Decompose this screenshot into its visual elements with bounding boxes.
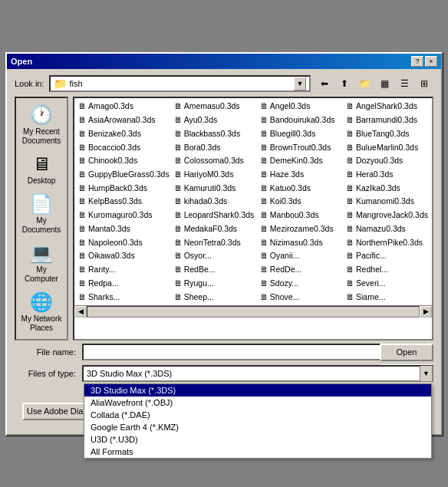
list-item[interactable]: 🗎Amago0.3ds xyxy=(76,100,172,114)
list-item[interactable]: 🗎Sheep... xyxy=(172,290,258,304)
file-name: Pacific... xyxy=(356,251,387,260)
list-item[interactable]: 🗎RedDe... xyxy=(258,262,344,276)
list-item[interactable]: 🗎BulueMarlin0.3ds xyxy=(344,140,430,154)
dropdown-item-u3d[interactable]: U3D (*.U3D) xyxy=(84,433,431,446)
list-item[interactable]: 🗎Sharks... xyxy=(76,290,172,304)
open-button[interactable]: Open xyxy=(380,344,433,361)
file-name: Kuromaguro0.3ds xyxy=(88,210,152,219)
list-item[interactable]: 🗎kihada0.3ds xyxy=(172,195,258,209)
horizontal-scrollbar[interactable]: ◀ ▶ xyxy=(74,305,432,318)
dropdown-item-3ds[interactable]: 3D Studio Max (*.3DS) xyxy=(84,384,431,397)
list-item[interactable]: 🗎Oikawa0.3ds xyxy=(76,249,172,263)
tools-button[interactable]: ⊞ xyxy=(415,75,433,92)
list-item[interactable]: 🗎MedakaF0.3ds xyxy=(172,222,258,235)
list-item[interactable]: 🗎Osyor... xyxy=(172,249,258,263)
list-item[interactable]: 🗎Katuo0.3ds xyxy=(258,181,344,195)
list-item[interactable]: 🗎Kuromaguro0.3ds xyxy=(76,208,172,222)
open-dialog: Open ? × Look in: 📁 fish ▼ ⬅ ⬆ 📁 ▦ ☰ ⊞ xyxy=(5,52,443,436)
back-button[interactable]: ⬅ xyxy=(315,75,334,92)
list-item[interactable]: 🗎Angel0.3ds xyxy=(258,100,344,114)
list-item[interactable]: 🗎Nizimasu0.3ds xyxy=(258,235,344,249)
new-folder-button[interactable]: 📁 xyxy=(355,75,374,92)
file-name: Hera0.3ds xyxy=(356,169,393,179)
list-item[interactable]: 🗎Manbou0.3ds xyxy=(258,208,344,222)
list-item[interactable]: 🗎GuppyBlueGrass0.3ds xyxy=(76,167,172,181)
my-documents-item[interactable]: 📄 My Documents xyxy=(18,190,65,238)
list-item[interactable]: 🗎Blackbass0.3ds xyxy=(172,127,258,140)
list-item[interactable]: 🗎Amemasu0.3ds xyxy=(172,100,258,114)
dropdown-item-all[interactable]: All Formats xyxy=(84,446,431,458)
look-in-combo[interactable]: 📁 fish ▼ xyxy=(49,75,311,92)
filetype-combo[interactable]: 3D Studio Max (*.3DS) ▼ 3D Studio Max (*… xyxy=(82,365,433,382)
close-button[interactable]: × xyxy=(425,56,437,67)
list-item[interactable]: 🗎Mezirozame0.3ds xyxy=(258,222,344,235)
look-in-dropdown-arrow[interactable]: ▼ xyxy=(294,77,306,90)
dropdown-item-kmz[interactable]: Google Earth 4 (*.KMZ) xyxy=(84,421,431,433)
list-item[interactable]: 🗎Sdozy... xyxy=(258,276,344,290)
file-name: Shove... xyxy=(270,292,300,301)
network-places-item[interactable]: 🌐 My Network Places xyxy=(18,288,65,336)
list-item[interactable]: 🗎Ayu0.3ds xyxy=(172,113,258,127)
list-item[interactable]: 🗎Ryugu... xyxy=(172,276,258,290)
list-item[interactable]: 🗎Severi... xyxy=(344,276,430,290)
file-icon: 🗎 xyxy=(174,292,183,301)
list-item[interactable]: 🗎Ranty... xyxy=(76,262,172,276)
list-item[interactable]: 🗎Manta0.3ds xyxy=(76,222,172,235)
file-icon: 🗎 xyxy=(260,278,268,288)
dialog-title: Open xyxy=(11,57,32,66)
list-item[interactable]: 🗎Kumanomi0.3ds xyxy=(344,195,430,209)
list-item[interactable]: 🗎Kamuruti0.3ds xyxy=(172,181,258,195)
list-item[interactable]: 🗎RedBe... xyxy=(172,262,258,276)
list-item[interactable]: 🗎Hera0.3ds xyxy=(344,167,430,181)
list-item[interactable]: 🗎Bora0.3ds xyxy=(172,140,258,154)
list-item[interactable]: 🗎Chinook0.3ds xyxy=(76,153,172,167)
recent-docs-item[interactable]: 🕐 My Recent Documents xyxy=(18,101,65,149)
up-button[interactable]: ⬆ xyxy=(335,75,354,92)
list-view-button[interactable]: ▦ xyxy=(375,75,394,92)
file-name: Barramundi0.3ds xyxy=(356,115,417,124)
list-item[interactable]: 🗎Shove... xyxy=(258,290,344,304)
file-icon: 🗎 xyxy=(174,156,183,165)
file-name: Napoleon0.3ds xyxy=(88,238,143,247)
list-item[interactable]: 🗎Bluegill0.3ds xyxy=(258,127,344,140)
my-computer-item[interactable]: 💻 My Computer xyxy=(18,239,65,287)
list-item[interactable]: 🗎Dozyou0.3ds xyxy=(344,153,430,167)
file-icon: 🗎 xyxy=(78,183,87,192)
file-icon: 🗎 xyxy=(260,251,268,260)
list-item[interactable]: 🗎Redhel... xyxy=(344,262,430,276)
list-item[interactable]: 🗎HumpBack0.3ds xyxy=(76,181,172,195)
list-item[interactable]: 🗎Bandouiruka0.3ds xyxy=(258,113,344,127)
file-icon: 🗎 xyxy=(346,101,354,110)
list-item[interactable]: 🗎AsiaArowana0.3ds xyxy=(76,113,172,127)
list-item[interactable]: 🗎BlueTang0.3ds xyxy=(344,127,430,140)
dropdown-item-dae[interactable]: Collada (*.DAE) xyxy=(84,409,431,421)
list-item[interactable]: 🗎HariyoM0.3ds xyxy=(172,167,258,181)
list-item[interactable]: 🗎Namazu0.3ds xyxy=(344,222,430,235)
list-item[interactable]: 🗎Benizake0.3ds xyxy=(76,127,172,140)
list-item[interactable]: 🗎NeonTetra0.3ds xyxy=(172,235,258,249)
list-item[interactable]: 🗎Pacific... xyxy=(344,249,430,263)
list-item[interactable]: 🗎DemeKin0.3ds xyxy=(258,153,344,167)
help-button[interactable]: ? xyxy=(411,56,423,67)
list-item[interactable]: 🗎KazIka0.3ds xyxy=(344,181,430,195)
details-view-button[interactable]: ☰ xyxy=(395,75,413,92)
list-item[interactable]: 🗎Colossoma0.3ds xyxy=(172,153,258,167)
list-item[interactable]: 🗎KelpBass0.3ds xyxy=(76,195,172,209)
list-item[interactable]: 🗎LeopardShark0.3ds xyxy=(172,208,258,222)
list-item[interactable]: 🗎Bocaccio0.3ds xyxy=(76,140,172,154)
list-item[interactable]: 🗎Redpa... xyxy=(76,276,172,290)
list-item[interactable]: 🗎MangroveJack0.3ds xyxy=(344,208,430,222)
list-item[interactable]: 🗎Barramundi0.3ds xyxy=(344,113,430,127)
list-item[interactable]: 🗎AngelShark0.3ds xyxy=(344,100,430,114)
list-item[interactable]: 🗎Koi0.3ds xyxy=(258,195,344,209)
filetype-dropdown-arrow[interactable]: ▼ xyxy=(420,366,432,381)
list-item[interactable]: 🗎BrownTrout0.3ds xyxy=(258,140,344,154)
list-item[interactable]: 🗎Napoleon0.3ds xyxy=(76,235,172,249)
list-item[interactable]: 🗎Haze.3ds xyxy=(258,167,344,181)
list-item[interactable]: 🗎Oyanii... xyxy=(258,249,344,263)
dropdown-item-obj[interactable]: AliaWavefront (*.OBJ) xyxy=(84,397,431,409)
file-name: Ranty... xyxy=(88,265,115,274)
desktop-item[interactable]: 🖥 Desktop xyxy=(18,150,65,189)
list-item[interactable]: 🗎NorthernPike0.3ds xyxy=(344,235,430,249)
list-item[interactable]: 🗎Siame... xyxy=(344,290,430,304)
